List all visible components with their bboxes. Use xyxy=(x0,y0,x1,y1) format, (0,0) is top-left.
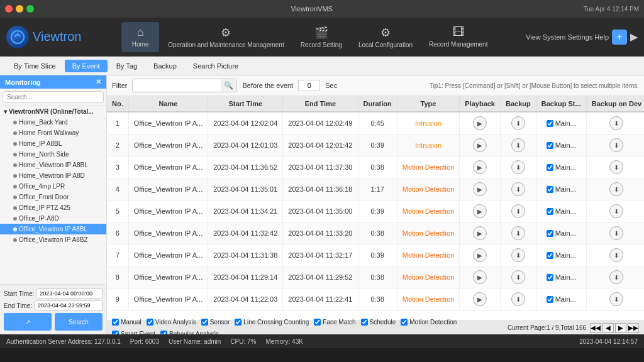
cell-playback[interactable]: ▶ xyxy=(460,266,501,288)
backup-checkbox[interactable] xyxy=(547,186,553,193)
legend-line-crossing[interactable]: Line Crossing Counting xyxy=(235,319,309,326)
cell-backup-dev[interactable]: ⬇ xyxy=(586,244,644,266)
backup-checkbox[interactable] xyxy=(547,120,553,127)
legend-motion[interactable]: Motion Detection xyxy=(401,319,457,326)
minimize-button[interactable] xyxy=(16,5,23,13)
start-time-input[interactable] xyxy=(36,288,103,299)
toolbar-item-record-setting[interactable]: 🎬 Record Setting xyxy=(293,22,350,52)
play-button[interactable]: ▶ xyxy=(473,248,487,262)
filter-search-input[interactable] xyxy=(133,80,221,91)
dev-download-button[interactable]: ⬇ xyxy=(609,270,623,284)
cell-backup[interactable]: ⬇ xyxy=(500,266,536,288)
tree-item-north-side[interactable]: Home_North Side xyxy=(0,149,106,160)
tree-item-nvr[interactable]: ▾ ViewtronNVR (Online/Total... xyxy=(0,106,106,117)
window-controls[interactable] xyxy=(5,5,34,13)
cell-backup-dev[interactable]: ⬇ xyxy=(586,134,644,156)
next-page-button[interactable]: ▶ xyxy=(615,323,626,333)
sidebar-collapse-icon[interactable]: ✕ xyxy=(96,78,101,86)
cell-backup[interactable]: ⬇ xyxy=(500,244,536,266)
tree-item-back-yard[interactable]: Home_Back Yard xyxy=(0,117,106,128)
add-button[interactable]: + xyxy=(612,30,627,45)
dev-download-button[interactable]: ⬇ xyxy=(609,292,623,306)
tree-item-ip-a8bl[interactable]: Home_IP A8BL xyxy=(0,138,106,149)
cell-backup[interactable]: ⬇ xyxy=(500,200,536,222)
play-button[interactable]: ▶ xyxy=(473,182,487,196)
legend-sensor[interactable]: Sensor xyxy=(201,319,230,326)
cell-backup[interactable]: ⬇ xyxy=(500,156,536,178)
dev-download-button[interactable]: ⬇ xyxy=(609,182,623,196)
tree-item-office-viewtron-a8bl[interactable]: Office_Viewtron IP A8BL xyxy=(0,224,106,234)
arrow-button[interactable]: ▶ xyxy=(630,31,638,43)
cell-backup-dev[interactable]: ⬇ xyxy=(586,178,644,200)
backup-download-button[interactable]: ⬇ xyxy=(511,160,525,174)
tab-backup[interactable]: Backup xyxy=(146,60,184,72)
cell-playback[interactable]: ▶ xyxy=(460,222,501,244)
sidebar-search-input[interactable] xyxy=(3,91,104,103)
cell-playback[interactable]: ▶ xyxy=(460,288,501,310)
tree-item-office-4mp[interactable]: Office_4mp LPR xyxy=(0,181,106,192)
cell-playback[interactable]: ▶ xyxy=(460,178,501,200)
play-button[interactable]: ▶ xyxy=(473,292,487,306)
tab-search-picture[interactable]: Search Picture xyxy=(186,60,246,72)
toolbar-item-record-mgmt[interactable]: 🎞 Record Management xyxy=(421,22,495,52)
cell-backup[interactable]: ⬇ xyxy=(500,288,536,310)
cell-backup[interactable]: ⬇ xyxy=(500,178,536,200)
backup-download-button[interactable]: ⬇ xyxy=(511,182,525,196)
toolbar-item-local-config[interactable]: ⚙ Local Configuration xyxy=(351,22,420,52)
cell-playback[interactable]: ▶ xyxy=(460,134,501,156)
cell-backup[interactable]: ⬇ xyxy=(500,112,536,134)
tree-item-front-walkway[interactable]: Home Front Walkway xyxy=(0,128,106,138)
tab-by-event[interactable]: By Event xyxy=(65,60,108,72)
dev-download-button[interactable]: ⬇ xyxy=(609,116,623,130)
tree-item-office-ptz[interactable]: Office_IP PTZ 425 xyxy=(0,202,106,213)
tree-item-office-viewtron-a8bz[interactable]: Office_Viewtron IP A8BZ xyxy=(0,234,106,245)
cell-backup-dev[interactable]: ⬇ xyxy=(586,288,644,310)
play-button[interactable]: ▶ xyxy=(473,116,487,130)
legend-schedule[interactable]: Schedule xyxy=(361,319,396,326)
cell-backup[interactable]: ⬇ xyxy=(500,222,536,244)
end-time-input[interactable] xyxy=(35,300,103,310)
backup-checkbox[interactable] xyxy=(547,274,553,281)
cell-backup-dev[interactable]: ⬇ xyxy=(586,156,644,178)
cell-backup-dev[interactable]: ⬇ xyxy=(586,112,644,134)
play-button[interactable]: ▶ xyxy=(473,138,487,152)
backup-checkbox[interactable] xyxy=(547,230,553,237)
play-button[interactable]: ▶ xyxy=(473,270,487,284)
cell-backup[interactable]: ⬇ xyxy=(500,134,536,156)
maximize-button[interactable] xyxy=(26,5,34,13)
tree-item-home-a8d[interactable]: Home_Viewtron IP A8D xyxy=(0,170,106,181)
toolbar-item-operation[interactable]: ⚙ Operation and Maintenance Management xyxy=(160,22,292,52)
play-button[interactable]: ▶ xyxy=(473,226,487,240)
cell-playback[interactable]: ▶ xyxy=(460,156,501,178)
tab-by-tag[interactable]: By Tag xyxy=(109,60,145,72)
cell-backup-dev[interactable]: ⬇ xyxy=(586,266,644,288)
backup-checkbox[interactable] xyxy=(547,164,553,171)
legend-manual[interactable]: Manual xyxy=(112,319,142,326)
dev-download-button[interactable]: ⬇ xyxy=(609,138,623,152)
legend-video-analysis[interactable]: Video Analysis xyxy=(147,319,196,326)
backup-download-button[interactable]: ⬇ xyxy=(511,138,525,152)
backup-download-button[interactable]: ⬇ xyxy=(511,292,525,306)
search-button[interactable]: Search xyxy=(55,313,103,331)
backup-download-button[interactable]: ⬇ xyxy=(511,116,525,130)
backup-download-button[interactable]: ⬇ xyxy=(511,248,525,262)
cell-backup-dev[interactable]: ⬇ xyxy=(586,200,644,222)
backup-checkbox[interactable] xyxy=(547,296,553,303)
backup-checkbox[interactable] xyxy=(547,142,553,149)
play-button[interactable]: ▶ xyxy=(473,204,487,218)
first-page-button[interactable]: ◀◀ xyxy=(590,323,601,333)
toolbar-item-home[interactable]: ⌂ Home xyxy=(121,22,159,52)
play-button[interactable]: ▶ xyxy=(473,160,487,174)
cell-playback[interactable]: ▶ xyxy=(460,244,501,266)
backup-download-button[interactable]: ⬇ xyxy=(511,226,525,240)
backup-download-button[interactable]: ⬇ xyxy=(511,270,525,284)
tree-item-viewtron-a8bl[interactable]: Home_Viewtron IP A8BL xyxy=(0,160,106,170)
dev-download-button[interactable]: ⬇ xyxy=(609,204,623,218)
dev-download-button[interactable]: ⬇ xyxy=(609,226,623,240)
export-button[interactable]: ↗ xyxy=(4,313,52,331)
last-page-button[interactable]: ▶▶ xyxy=(628,323,639,333)
tree-item-office-front[interactable]: Office_Front Door xyxy=(0,192,106,202)
legend-face-match[interactable]: Face Match xyxy=(314,319,355,326)
tab-by-time[interactable]: By Time Slice xyxy=(6,60,64,72)
cell-playback[interactable]: ▶ xyxy=(460,112,501,134)
